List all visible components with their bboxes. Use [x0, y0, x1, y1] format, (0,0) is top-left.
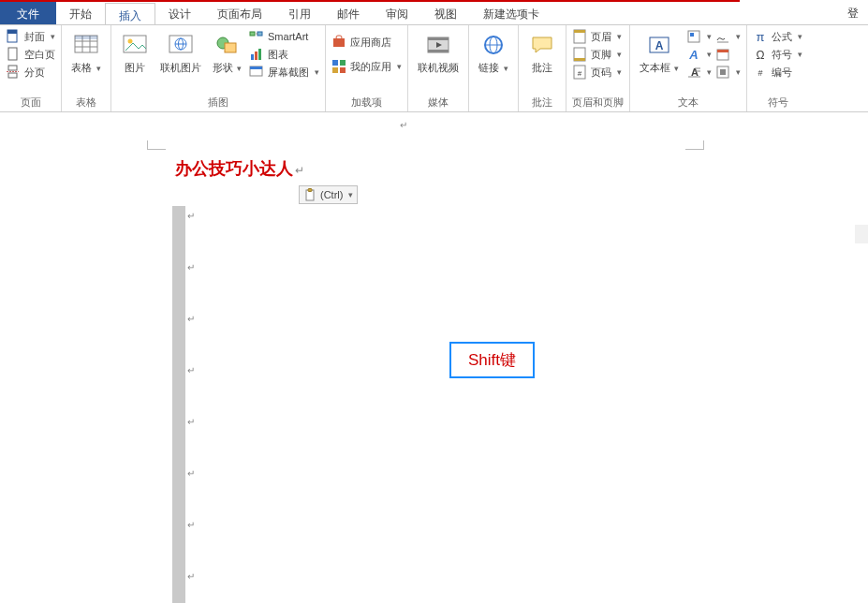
number-button[interactable]: # 编号: [753, 65, 802, 80]
tab-mail[interactable]: 邮件: [324, 2, 373, 24]
object-icon: [715, 65, 730, 80]
group-headerfooter: 页眉▾ 页脚▾ # 页码▾ 页眉和页脚: [566, 25, 630, 111]
picture-button[interactable]: 图片: [117, 29, 153, 77]
paste-options-label: (Ctrl): [320, 189, 343, 200]
datetime-button[interactable]: [715, 47, 741, 62]
link-label: 链接: [478, 62, 499, 73]
svg-rect-60: [720, 69, 726, 75]
svg-text:A: A: [655, 39, 663, 52]
wordart-button[interactable]: A▾: [686, 47, 712, 62]
equation-button[interactable]: π 公式▾: [753, 29, 802, 44]
tab-review[interactable]: 审阅: [373, 2, 421, 24]
scrollbar-vertical[interactable]: [855, 225, 868, 243]
chevron-down-icon: ▾: [501, 64, 508, 73]
group-media: 联机视频 媒体: [408, 25, 469, 111]
dropcap-button[interactable]: A▾: [686, 65, 712, 80]
tab-file[interactable]: 文件: [0, 2, 56, 24]
cover-page-icon: [6, 29, 21, 44]
header-icon: [572, 29, 587, 44]
tab-layout[interactable]: 页面布局: [204, 2, 275, 24]
group-symbols: π 公式▾ Ω 符号▾ # 编号 符号: [747, 25, 808, 111]
svg-rect-31: [340, 60, 346, 66]
group-media-label: 媒体: [414, 94, 463, 110]
tab-view[interactable]: 视图: [421, 2, 470, 24]
wordart-icon: A: [686, 47, 701, 62]
svg-rect-12: [124, 36, 146, 52]
paragraph-mark: ↵: [187, 365, 195, 375]
comment-button[interactable]: 批注: [524, 29, 560, 77]
svg-rect-36: [428, 50, 449, 52]
tab-references[interactable]: 引用: [275, 2, 324, 24]
shapes-button[interactable]: 形状 ▾: [209, 29, 246, 77]
smartart-label: SmartArt: [268, 31, 308, 42]
page: ↵ 办公技巧小达人↵ (Ctrl) ▾ ↵ ↵ ↵ ↵ ↵ ↵ ↵ ↵ Shif…: [67, 112, 788, 603]
store-button[interactable]: 应用商店: [331, 35, 402, 50]
tab-insert[interactable]: 插入: [105, 3, 155, 25]
quickparts-button[interactable]: ▾: [686, 29, 712, 44]
page-break-label: 分页: [24, 66, 45, 80]
svg-rect-35: [428, 37, 449, 40]
store-icon: [331, 35, 346, 50]
signature-button[interactable]: ▾: [715, 29, 741, 44]
blank-page-button[interactable]: 空白页: [6, 47, 55, 62]
ribbon-tabstrip: 文件 开始 插入 设计 页面布局 引用 邮件 审阅 视图 新建选项卡 登: [0, 2, 868, 24]
number-icon: #: [753, 65, 768, 80]
group-comments-label: 批注: [524, 94, 560, 110]
shift-key-label: Shift键: [468, 351, 516, 369]
svg-rect-20: [250, 32, 255, 36]
symbol-icon: Ω: [753, 47, 768, 62]
header-button[interactable]: 页眉▾: [572, 29, 622, 44]
group-pages-label: 页面: [6, 94, 55, 110]
inserted-shape-rectangle[interactable]: [172, 206, 185, 603]
textbox-button[interactable]: A 文本框 ▾: [636, 29, 684, 77]
screenshot-button[interactable]: 屏幕截图▾: [249, 65, 319, 80]
page-break-button[interactable]: 分页: [6, 65, 55, 80]
svg-text:#: #: [577, 69, 581, 78]
tab-home[interactable]: 开始: [56, 2, 105, 24]
document-area[interactable]: ↵ 办公技巧小达人↵ (Ctrl) ▾ ↵ ↵ ↵ ↵ ↵ ↵ ↵ ↵ Shif…: [0, 112, 868, 603]
online-picture-button[interactable]: 联机图片: [156, 29, 205, 77]
svg-marker-22: [256, 33, 257, 35]
pagenum-button[interactable]: # 页码▾: [572, 65, 622, 80]
svg-text:A: A: [688, 48, 698, 62]
paragraph-mark: ↵: [187, 314, 195, 324]
group-pages: 封面▾ 空白页 分页 页面: [0, 25, 62, 111]
group-symbols-label: 符号: [753, 94, 802, 110]
paste-options-button[interactable]: (Ctrl) ▾: [299, 185, 358, 204]
tab-newtab[interactable]: 新建选项卡: [470, 2, 552, 24]
group-comments: 批注 批注: [519, 25, 566, 111]
chart-button[interactable]: 图表: [249, 47, 319, 62]
login-link[interactable]: 登: [847, 2, 868, 24]
shapes-icon: [213, 31, 241, 59]
textbox-icon: A: [645, 31, 673, 59]
tab-design[interactable]: 设计: [155, 2, 204, 24]
paragraph-mark: ↵: [400, 120, 407, 130]
footer-label: 页脚: [591, 48, 611, 62]
symbol-button[interactable]: Ω 符号▾: [753, 47, 802, 62]
chevron-down-icon: ▾: [617, 50, 622, 59]
svg-rect-44: [574, 58, 585, 61]
svg-rect-50: [690, 33, 694, 37]
svg-rect-30: [332, 60, 338, 66]
ribbon: 封面▾ 空白页 分页 页面: [0, 24, 868, 112]
footer-button[interactable]: 页脚▾: [572, 47, 622, 62]
online-picture-label: 联机图片: [160, 61, 201, 75]
online-video-button[interactable]: 联机视频: [414, 29, 463, 77]
store-label: 应用商店: [350, 36, 391, 50]
table-button[interactable]: 表格 ▾: [67, 29, 105, 77]
smartart-button[interactable]: SmartArt: [249, 29, 319, 44]
object-button[interactable]: ▾: [715, 65, 741, 80]
svg-rect-2: [8, 48, 17, 60]
myapps-button[interactable]: 我的应用 ▾: [331, 59, 402, 74]
pagenum-icon: #: [572, 65, 587, 80]
group-text: A 文本框 ▾ ▾ A▾ A▾ ▾: [630, 25, 748, 111]
link-button[interactable]: 链接 ▾: [475, 29, 512, 77]
document-title-text[interactable]: 办公技巧小达人↵: [175, 157, 304, 180]
chart-label: 图表: [268, 48, 288, 62]
svg-rect-11: [75, 36, 97, 39]
svg-rect-42: [574, 30, 585, 33]
cover-page-button[interactable]: 封面▾: [6, 29, 55, 44]
online-picture-icon: [167, 31, 195, 59]
group-links-label: [475, 108, 512, 110]
chevron-down-icon: ▾: [707, 50, 712, 59]
